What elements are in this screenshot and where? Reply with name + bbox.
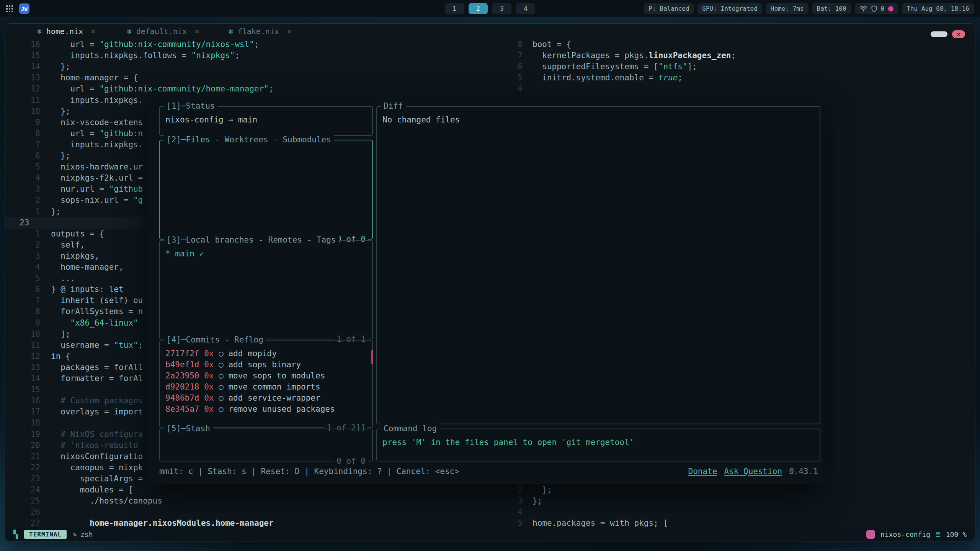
commit-item[interactable]: d920218 0x ○ move common imports: [165, 381, 367, 393]
code-line[interactable]: 14 };: [5, 61, 491, 73]
code-line[interactable]: 16 url = "github:nix-community/nixos-wsl…: [5, 39, 491, 51]
code-text: self,: [51, 240, 85, 251]
code-text: # 'nixos-rebuild: [51, 440, 138, 452]
code-text: in {: [51, 351, 70, 362]
top-status-bar: JW 1234 P: BalancedGPU: IntegratedHome: …: [0, 0, 980, 17]
workspace-button-3[interactable]: 3: [492, 3, 511, 14]
lazygit-files-panel[interactable]: [2]─Files - Worktrees - Submodules 0 of …: [159, 140, 373, 240]
code-line[interactable]: 26: [5, 507, 491, 518]
code-line[interactable]: 8boot = {: [493, 39, 975, 51]
status-panel-title: [1]─Status: [164, 101, 217, 112]
code-line[interactable]: 4: [493, 507, 975, 518]
line-number: 13: [5, 72, 40, 84]
commit-item[interactable]: b49ef1d 0x ○ add sops binary: [165, 359, 367, 370]
lazygit-stash-panel[interactable]: [5]─Stash 0 of 0: [159, 429, 373, 461]
code-text: home-manager,: [51, 262, 124, 273]
code-text: overlays = import: [51, 406, 143, 418]
code-line[interactable]: 12 url = "github:nix-community/home-mana…: [5, 83, 491, 95]
lazygit-status-panel[interactable]: [1]─Status nixos-config → main: [159, 106, 373, 136]
code-text: inputs.nixpkgs.follows = "nixpkgs";: [51, 50, 240, 62]
line-number: 14: [5, 61, 40, 73]
shield-icon: [871, 5, 877, 12]
code-text: nixosConfiguratio: [51, 451, 143, 463]
line-number: 9: [5, 318, 40, 329]
tab-close-icon[interactable]: ×: [91, 27, 96, 36]
code-line[interactable]: 24 modules = [: [5, 484, 491, 496]
code-text: kernelPackages = pkgs.linuxPackages_zen;: [532, 50, 736, 62]
code-line[interactable]: 2 };: [493, 484, 975, 496]
tab-close-icon[interactable]: ×: [287, 27, 292, 36]
line-number: 4: [493, 507, 523, 518]
line-number: 6: [493, 61, 523, 73]
status-pill: GPU: Integrated: [697, 3, 762, 14]
commit-item[interactable]: 2717f2f 0x ○ add mopidy: [165, 348, 367, 359]
code-line[interactable]: 13 home-manager = {: [5, 72, 491, 84]
code-text: forAllSystems = n: [51, 306, 143, 318]
clock[interactable]: Thu Aug 08, 18:16: [902, 3, 974, 14]
nix-flake-icon: ❄: [229, 27, 233, 36]
commit-item[interactable]: 2a23950 0x ○ move sops to modules: [165, 370, 367, 381]
lazygit-command-log-panel[interactable]: Command log press 'M' in the files panel…: [376, 429, 820, 461]
code-line[interactable]: 15 inputs.nixpkgs.follows = "nixpkgs";: [5, 50, 491, 62]
line-number: 10: [5, 106, 40, 117]
workspace-switcher: 1234: [445, 3, 535, 14]
nix-flake-icon: ❄: [37, 27, 41, 36]
lazygit-keybind-bar: mmit: c | Stash: s | Reset: D | Keybindi…: [159, 466, 818, 477]
line-number: 4: [5, 262, 40, 273]
workspace-button-2[interactable]: 2: [469, 3, 488, 14]
window-close-button[interactable]: ×: [952, 30, 965, 38]
code-line[interactable]: 25 ./hosts/canopus: [5, 496, 491, 507]
system-tray[interactable]: 0: [855, 3, 898, 14]
terminal-tab-chip[interactable]: TERMINAL: [24, 530, 67, 539]
code-text: };: [532, 496, 542, 507]
line-number: 18: [5, 417, 40, 429]
command-log-content: press 'M' in the files panel to open 'gi…: [377, 429, 820, 448]
code-text: ];: [51, 329, 70, 340]
commits-scrollbar[interactable]: [371, 350, 373, 364]
editor-tab-home.nix[interactable]: ❄home.nix×: [18, 24, 115, 39]
code-line[interactable]: 7 kernelPackages = pkgs.linuxPackages_ze…: [493, 50, 975, 62]
code-text: home-manager = {: [51, 72, 138, 84]
window-minimize-pill[interactable]: [931, 31, 947, 37]
line-number: 4: [493, 83, 523, 95]
code-text: ...: [51, 273, 75, 284]
line-number: 5: [5, 161, 40, 173]
lazygit-branches-panel[interactable]: [3]─Local branches - Remotes - Tags * ma…: [159, 240, 373, 339]
wifi-icon: [859, 5, 867, 12]
lazygit-diff-panel[interactable]: Diff No changed files: [376, 106, 820, 424]
lazygit-version: 0.43.1: [789, 466, 818, 477]
code-line[interactable]: 27 home-manager.nixosModules.home-manage…: [5, 518, 491, 527]
line-number: 3: [5, 184, 40, 195]
line-number: 8: [493, 39, 523, 51]
code-line[interactable]: 4: [493, 83, 975, 95]
code-line[interactable]: 6 supportedFilesystems = ["ntfs"];: [493, 61, 975, 73]
code-text: } @ inputs: let: [51, 284, 124, 295]
workspace-button-1[interactable]: 1: [445, 3, 464, 14]
commit-item[interactable]: 8e345a7 0x ○ remove unused packages: [165, 404, 367, 415]
code-text: };: [51, 106, 70, 117]
code-line[interactable]: 5 initrd.systemd.enable = true;: [493, 72, 975, 84]
donate-link[interactable]: Donate: [688, 466, 717, 477]
user-badge[interactable]: JW: [19, 3, 29, 14]
editor-tab-default.nix[interactable]: ❄default.nix×: [115, 24, 212, 39]
code-line[interactable]: 5home.packages = with pkgs; [: [493, 518, 975, 527]
code-text: nixos-hardware.ur: [51, 161, 143, 173]
multiplexer-status-bar: ▚ TERMINAL ✎ zsh nixos-config ≣ 100 %: [5, 527, 975, 541]
line-number: 24: [5, 484, 40, 496]
line-number: 15: [5, 384, 40, 396]
code-text: ./hosts/canopus: [51, 496, 162, 507]
session-icon: [866, 530, 875, 539]
ask-question-link[interactable]: Ask Question: [724, 466, 782, 477]
editor-tab-flake.nix[interactable]: ❄flake.nix×: [212, 24, 309, 39]
shell-pane-tab[interactable]: ✎ zsh: [73, 530, 93, 538]
diff-content: No changed files: [377, 107, 820, 126]
line-number: 7: [493, 50, 523, 62]
app-launcher-icon[interactable]: [6, 5, 13, 12]
code-text: url = "github:nix-community/nixos-wsl";: [51, 39, 259, 51]
tab-close-icon[interactable]: ×: [194, 27, 199, 36]
code-line[interactable]: 3};: [493, 496, 975, 507]
commit-item[interactable]: 9486b7d 0x ○ add service-wrapper: [165, 393, 367, 404]
lazygit-commits-panel[interactable]: [4]─Commits - Reflog 2717f2f 0x ○ add mo…: [159, 340, 373, 428]
workspace-button-4[interactable]: 4: [516, 3, 535, 14]
code-text: # NixOS configura: [51, 429, 143, 440]
